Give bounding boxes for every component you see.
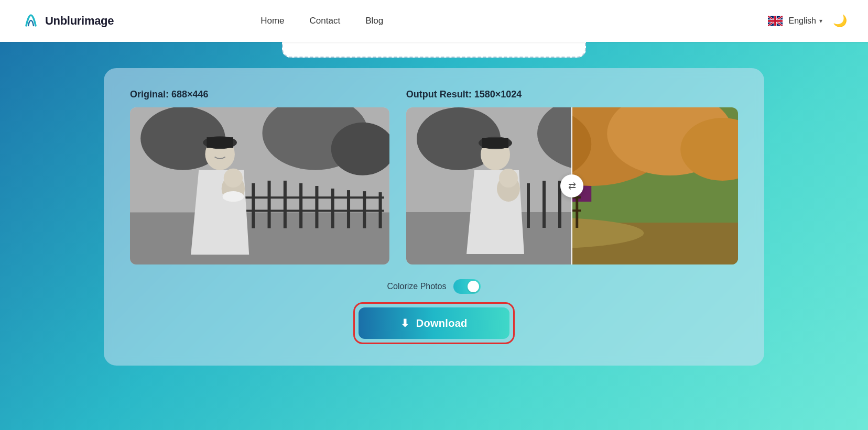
controls: Colorize Photos ⬇ Download xyxy=(130,279,738,342)
original-photo xyxy=(130,107,389,264)
svg-point-36 xyxy=(499,169,518,188)
svg-rect-12 xyxy=(331,189,334,228)
header-right: English ▾ 🌙 xyxy=(768,14,847,28)
compare-left-panel xyxy=(406,107,572,264)
logo-icon xyxy=(21,11,41,31)
header: Unblurimage Home Contact Blog English ▾ … xyxy=(0,0,868,42)
svg-rect-56 xyxy=(572,210,581,212)
download-label: Download xyxy=(416,317,468,329)
download-icon: ⬇ xyxy=(400,317,409,329)
compare-arrows-icon: ⇄ xyxy=(568,180,576,192)
svg-rect-10 xyxy=(299,183,302,228)
svg-rect-9 xyxy=(284,181,287,228)
colorize-toggle-row: Colorize Photos xyxy=(387,279,481,294)
compare-color-photo xyxy=(572,107,738,264)
logo-area: Unblurimage xyxy=(21,11,114,31)
output-section: Output Result: 1580×1024 xyxy=(406,89,738,264)
compare-handle[interactable]: ⇄ xyxy=(560,174,583,197)
download-button[interactable]: ⬇ Download xyxy=(359,307,509,339)
compare-bw-photo xyxy=(406,107,572,264)
compare-right-panel xyxy=(572,107,738,264)
nav-contact[interactable]: Contact xyxy=(310,16,341,26)
svg-rect-30 xyxy=(542,181,546,228)
language-label: English xyxy=(789,16,816,26)
svg-rect-20 xyxy=(207,137,233,148)
original-label: Original: 688×446 xyxy=(130,89,389,100)
original-image-box xyxy=(130,107,389,264)
original-section: Original: 688×446 xyxy=(130,89,389,264)
svg-point-22 xyxy=(224,169,243,188)
svg-point-23 xyxy=(223,191,244,202)
main-card: Original: 688×446 xyxy=(104,68,764,366)
comparison-area: Original: 688×446 xyxy=(130,89,738,264)
flag-uk-icon xyxy=(768,16,783,26)
svg-rect-5 xyxy=(130,212,389,264)
svg-rect-8 xyxy=(268,181,271,228)
nav: Home Contact Blog xyxy=(261,16,383,26)
colorize-toggle[interactable] xyxy=(453,279,481,294)
download-button-wrapper: ⬇ Download xyxy=(355,304,512,342)
logo-text: Unblurimage xyxy=(45,14,114,28)
nav-home[interactable]: Home xyxy=(261,16,284,26)
colorize-label: Colorize Photos xyxy=(387,282,447,291)
nav-blog[interactable]: Blog xyxy=(365,16,383,26)
svg-rect-13 xyxy=(347,190,350,228)
chevron-down-icon: ▾ xyxy=(819,17,822,25)
svg-rect-7 xyxy=(252,183,255,228)
language-selector[interactable]: English ▾ xyxy=(789,16,822,26)
svg-rect-17 xyxy=(236,210,384,212)
output-label: Output Result: 1580×1024 xyxy=(406,89,738,100)
svg-rect-34 xyxy=(482,138,508,148)
svg-rect-29 xyxy=(527,183,530,228)
svg-rect-16 xyxy=(236,196,384,199)
compare-box: ⇄ xyxy=(406,107,738,264)
svg-rect-11 xyxy=(315,186,318,228)
dark-mode-icon[interactable]: 🌙 xyxy=(833,14,847,28)
toggle-knob xyxy=(468,281,479,292)
